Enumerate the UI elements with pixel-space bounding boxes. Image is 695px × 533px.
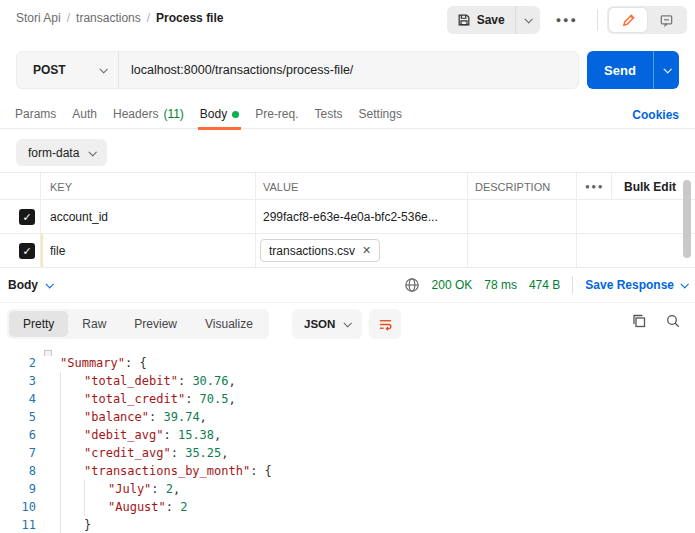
row-checkbox[interactable]: ✓ <box>19 243 35 259</box>
vertical-scrollbar[interactable] <box>683 180 691 258</box>
file-chip: transactions.csv ✕ <box>260 239 380 262</box>
code-line: 6"debit_avg": 15.38, <box>0 426 695 444</box>
chevron-down-icon <box>89 148 97 156</box>
indent-guide <box>84 480 85 498</box>
code-line: 11} <box>0 516 695 533</box>
save-response-button[interactable]: Save Response <box>585 278 687 292</box>
bulk-edit-button[interactable]: Bulk Edit <box>624 180 676 194</box>
wrap-lines-button[interactable] <box>369 309 401 339</box>
method-selector[interactable]: POST <box>17 52 119 88</box>
line-number: 5 <box>0 408 36 426</box>
body-type-label: form-data <box>28 146 79 160</box>
response-format-selector[interactable]: JSON <box>292 309 362 339</box>
row-checkbox[interactable]: ✓ <box>19 209 35 225</box>
column-divider <box>467 173 468 199</box>
response-status-group: 200 OK 78 ms 474 B Save Response <box>404 276 687 294</box>
chevron-down-icon <box>663 65 671 73</box>
response-tool-icons <box>631 313 681 329</box>
chevron-down-icon <box>99 65 107 73</box>
column-divider <box>611 173 612 199</box>
column-divider <box>576 200 577 233</box>
response-view-tabs: Pretty Raw Preview Visualize <box>7 309 269 339</box>
line-number: 11 <box>0 516 36 533</box>
code-content: "July": 2, <box>44 480 695 498</box>
indent-guide <box>60 444 61 462</box>
response-body-viewer[interactable]: 2"Summary": {3"total_debit": 30.76,4"tot… <box>0 350 695 533</box>
code-content: "debit_avg": 15.38, <box>44 426 695 444</box>
response-size[interactable]: 474 B <box>529 278 560 292</box>
column-divider <box>40 200 41 233</box>
column-divider <box>40 173 41 199</box>
column-divider <box>467 200 468 233</box>
pencil-icon <box>621 13 636 28</box>
copy-icon <box>631 313 647 329</box>
breadcrumb-request-name[interactable]: Process file <box>156 11 223 25</box>
tab-params[interactable]: Params <box>7 100 64 129</box>
body-type-selector[interactable]: form-data <box>16 139 107 166</box>
tab-headers-label: Headers <box>113 107 158 121</box>
meta-divider <box>572 276 573 294</box>
view-tab-pretty[interactable]: Pretty <box>9 311 68 337</box>
cookies-link[interactable]: Cookies <box>632 108 679 122</box>
save-button[interactable]: Save <box>447 6 515 34</box>
url-bar: POST localhost:8000/transactions/process… <box>16 51 679 89</box>
response-meta-bar: Body 200 OK 78 ms 474 B Save Response <box>0 270 695 303</box>
tab-tests[interactable]: Tests <box>307 100 351 129</box>
more-options-button[interactable]: ●●● <box>546 6 588 34</box>
send-button[interactable]: Send <box>587 51 653 89</box>
save-icon <box>457 13 471 27</box>
code-line: 2"Summary": { <box>0 354 695 372</box>
indent-guide <box>60 408 61 426</box>
tab-headers[interactable]: Headers (11) <box>105 100 192 129</box>
comment-icon <box>659 13 674 28</box>
breadcrumb-collection[interactable]: Stori Api <box>16 11 61 25</box>
view-tab-raw[interactable]: Raw <box>68 311 120 337</box>
indent-guide <box>60 390 61 408</box>
save-button-group: Save <box>447 6 540 34</box>
key-cell[interactable]: file <box>50 244 65 258</box>
column-divider <box>255 173 256 199</box>
line-number: 9 <box>0 480 36 498</box>
postman-request-window: Stori Api / transactions / Process file … <box>0 0 695 533</box>
tab-auth-label: Auth <box>72 107 97 121</box>
chevron-down-icon <box>344 319 352 327</box>
send-options-button[interactable] <box>653 51 679 89</box>
indent-guide <box>60 480 61 498</box>
key-cell[interactable]: account_id <box>50 210 108 224</box>
network-globe-icon[interactable] <box>404 277 420 293</box>
status-code[interactable]: 200 OK <box>432 278 473 292</box>
tab-settings[interactable]: Settings <box>351 100 410 129</box>
save-response-label: Save Response <box>585 278 674 292</box>
chevron-down-icon <box>45 280 53 288</box>
comments-button[interactable] <box>647 8 685 32</box>
copy-response-button[interactable] <box>631 313 647 329</box>
tab-body[interactable]: Body <box>192 100 247 129</box>
value-cell[interactable]: 299facf8-e63e-4e0a-bfc2-536e... <box>263 210 438 224</box>
tab-auth[interactable]: Auth <box>64 100 105 129</box>
response-body-selector[interactable]: Body <box>8 278 52 292</box>
code-content: "balance": 39.74, <box>44 408 695 426</box>
view-tab-preview[interactable]: Preview <box>120 311 191 337</box>
remove-file-icon[interactable]: ✕ <box>362 244 371 257</box>
send-button-group: Send <box>587 51 679 89</box>
request-tabs: Params Auth Headers (11) Body Pre-req. T… <box>0 100 695 129</box>
response-time[interactable]: 78 ms <box>484 278 517 292</box>
url-input[interactable]: localhost:8000/transactions/process-file… <box>119 52 578 88</box>
tab-tests-label: Tests <box>315 107 343 121</box>
indent-guide <box>60 426 61 444</box>
view-tab-visualize[interactable]: Visualize <box>191 311 267 337</box>
edit-request-button[interactable] <box>609 8 647 32</box>
tab-settings-label: Settings <box>359 107 402 121</box>
indent-guide <box>60 462 61 480</box>
chevron-down-icon <box>524 15 532 23</box>
save-options-button[interactable] <box>515 6 540 34</box>
column-divider <box>40 234 41 267</box>
code-content: "total_debit": 30.76, <box>44 372 695 390</box>
tab-prerequest[interactable]: Pre-req. <box>247 100 306 129</box>
search-response-button[interactable] <box>665 313 681 329</box>
table-options-icon[interactable]: ●●● <box>585 182 604 191</box>
tab-prerequest-label: Pre-req. <box>255 107 298 121</box>
breadcrumb-folder[interactable]: transactions <box>76 11 141 25</box>
column-header-key: KEY <box>50 181 72 193</box>
column-divider <box>255 234 256 267</box>
